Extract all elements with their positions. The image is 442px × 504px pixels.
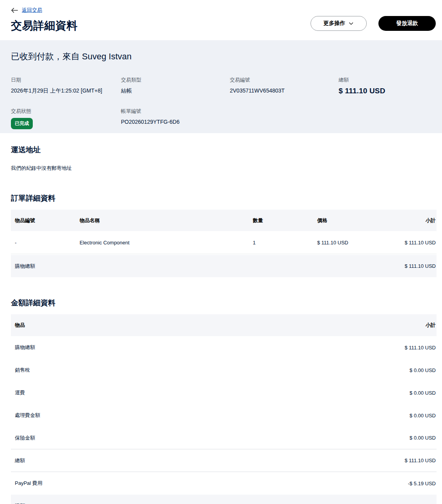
field-transaction-type-value: 結帳: [121, 87, 230, 94]
amount-row-label: 運費: [15, 389, 25, 396]
field-date-value: 2026年1月29日 上午1:25:02 [GMT+8]: [11, 87, 121, 94]
amount-row-value: $ 111.10 USD: [405, 345, 436, 351]
amount-row-value: $ 111.10 USD: [405, 458, 436, 463]
field-total-amount: 總額 $ 111.10 USD: [339, 77, 436, 95]
purchase-total-label: 購物總額: [15, 263, 35, 270]
shipping-address-heading: 運送地址: [11, 145, 436, 155]
field-transaction-id-value: 2V035711WV654803T: [230, 87, 339, 94]
column-price: 價格: [317, 217, 426, 224]
amount-table-header-row: 物品 小計: [11, 314, 437, 336]
summary-fields: 日期 2026年1月29日 上午1:25:02 [GMT+8] 交易類型 結帳 …: [11, 77, 436, 129]
field-total-amount-label: 總額: [339, 77, 436, 84]
field-transaction-status-label: 交易狀態: [11, 108, 121, 115]
field-transaction-type-label: 交易類型: [121, 77, 230, 84]
chevron-down-icon: [348, 21, 354, 26]
header-actions: 更多操作 發放退款: [311, 16, 436, 31]
table-row: - Electronic Component 1 $ 111.10 USD $ …: [11, 231, 437, 254]
field-invoice-id: 帳單編號 PO20260129YTFG-6D6: [121, 108, 230, 129]
amount-row-label: 保險金額: [15, 435, 35, 442]
transaction-summary-panel: 已收到付款，來自 Suveg Istvan 日期 2026年1月29日 上午1:…: [0, 40, 442, 133]
order-item-subtotal: $ 111.10 USD: [405, 240, 436, 246]
amount-row-value: $ 0.00 USD: [410, 390, 436, 396]
field-total-amount-value: $ 111.10 USD: [339, 87, 436, 95]
field-transaction-id: 交易編號 2V035711WV654803T: [230, 77, 339, 95]
order-item-quantity: 1: [253, 240, 317, 246]
column-subtotal: 小計: [426, 217, 436, 224]
field-transaction-id-label: 交易編號: [230, 77, 339, 84]
amount-row-total: 總額 $ 111.10 USD: [11, 449, 437, 472]
column-quantity: 數量: [253, 217, 317, 224]
column-item-id: 物品編號: [15, 217, 80, 224]
order-table-header-row: 物品編號 物品名稱 數量 價格 小計: [11, 210, 437, 231]
order-table-footer-row: 購物總額 $ 111.10 USD: [11, 255, 437, 277]
order-item-price: $ 111.10 USD: [317, 240, 405, 246]
column-item-name: 物品名稱: [80, 217, 253, 224]
amount-row-paypal-fee: PayPal 費用 -$ 5.19 USD: [11, 472, 437, 495]
payment-received-heading: 已收到付款，來自 Suveg Istvan: [11, 51, 436, 62]
amount-row-value: $ 0.00 USD: [410, 435, 436, 441]
purchase-total-value: $ 111.10 USD: [405, 263, 436, 269]
page-header: 返回交易 交易詳細資料 更多操作 發放退款: [0, 0, 442, 40]
order-details-heading: 訂單詳細資料: [0, 193, 442, 203]
amount-row-label: 總額: [15, 457, 25, 464]
field-invoice-id-value: PO20260129YTFG-6D6: [121, 119, 230, 125]
more-actions-button[interactable]: 更多操作: [311, 16, 367, 31]
amount-row-insurance: 保險金額 $ 0.00 USD: [11, 427, 437, 449]
field-transaction-status: 交易狀態 已完成: [11, 108, 121, 129]
shipping-address-section: 運送地址 我們的紀錄中沒有郵寄地址: [0, 133, 442, 172]
status-badge: 已完成: [11, 118, 33, 129]
amount-details-table: 物品 小計 購物總額 $ 111.10 USD 銷售稅 $ 0.00 USD 運…: [11, 314, 437, 504]
amount-row-label: 淨額: [15, 502, 25, 504]
amount-row-value: $ 0.00 USD: [410, 413, 436, 419]
amount-row-value: -$ 5.19 USD: [408, 481, 436, 486]
amount-row-label: PayPal 費用: [15, 480, 43, 487]
amount-row-label: 購物總額: [15, 344, 35, 351]
amount-row-value: $ 0.00 USD: [410, 367, 436, 373]
amount-column-subtotal: 小計: [426, 322, 436, 329]
amount-row-purchase-total: 購物總額 $ 111.10 USD: [11, 336, 437, 359]
more-actions-label: 更多操作: [323, 20, 345, 27]
order-item-name: Electronic Component: [80, 240, 253, 246]
amount-details-heading: 金額詳細資料: [0, 298, 442, 308]
amount-row-handling-fee: 處理費金額 $ 0.00 USD: [11, 404, 437, 427]
back-arrow-icon[interactable]: [11, 7, 18, 13]
amount-details-section: 金額詳細資料 物品 小計 購物總額 $ 111.10 USD 銷售稅 $ 0.0…: [0, 277, 442, 504]
order-details-section: 訂單詳細資料 物品編號 物品名稱 數量 價格 小計 - Electronic C…: [0, 172, 442, 277]
amount-row-sales-tax: 銷售稅 $ 0.00 USD: [11, 359, 437, 381]
amount-row-label: 銷售稅: [15, 367, 30, 374]
field-date: 日期 2026年1月29日 上午1:25:02 [GMT+8]: [11, 77, 121, 95]
order-details-table: 物品編號 物品名稱 數量 價格 小計 - Electronic Componen…: [11, 210, 437, 277]
field-invoice-id-label: 帳單編號: [121, 108, 230, 115]
amount-row-shipping-fee: 運費 $ 0.00 USD: [11, 381, 437, 404]
shipping-address-message: 我們的紀錄中沒有郵寄地址: [11, 165, 436, 172]
amount-row-label: 處理費金額: [15, 412, 40, 419]
amount-row-net-amount: 淨額 $ 105.91 USD: [11, 495, 437, 504]
back-to-transactions-link[interactable]: 返回交易: [22, 7, 42, 14]
field-transaction-type: 交易類型 結帳: [121, 77, 230, 95]
amount-column-item: 物品: [15, 322, 25, 329]
issue-refund-button[interactable]: 發放退款: [378, 16, 436, 31]
back-navigation: 返回交易: [11, 6, 436, 14]
order-item-id: -: [15, 240, 80, 246]
field-date-label: 日期: [11, 77, 121, 84]
